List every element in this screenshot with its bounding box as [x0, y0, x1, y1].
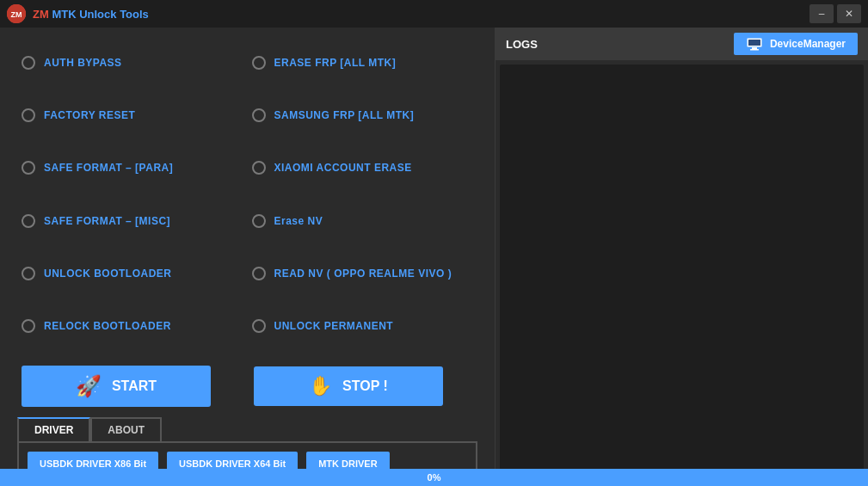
progress-bar: 0% [0, 469, 868, 486]
device-manager-label: DeviceManager [770, 38, 846, 50]
main-container: AUTH BYPASS ERASE FRP [ALL MTK] FACTORY … [0, 28, 868, 486]
radio-erase-frp[interactable] [252, 56, 266, 70]
label-xiaomi-account: XIAOMI ACCOUNT ERASE [274, 162, 412, 174]
radio-unlock-bootloader[interactable] [22, 267, 35, 280]
rocket-icon: 🚀 [76, 374, 102, 398]
option-erase-frp[interactable]: ERASE FRP [ALL MTK] [248, 36, 478, 89]
option-unlock-bootloader[interactable]: UNLOCK BOOTLOADER [17, 247, 248, 299]
svg-text:ZM: ZM [11, 10, 22, 19]
app-title: ZM MTK Unlock Tools [33, 8, 810, 21]
option-safe-format-misc[interactable]: SAFE FORMAT – [MISC] [17, 194, 248, 247]
radio-relock-bootloader[interactable] [22, 319, 35, 333]
svg-rect-3 [752, 47, 757, 49]
tabs-row: DRIVER ABOUT [17, 417, 477, 443]
label-relock-bootloader: RELOCK BOOTLOADER [44, 320, 171, 332]
svg-rect-4 [750, 49, 759, 51]
label-safe-format-misc: SAFE FORMAT – [MISC] [44, 215, 170, 227]
option-xiaomi-account[interactable]: XIAOMI ACCOUNT ERASE [248, 142, 478, 194]
label-unlock-permanent: UNLOCK PERMANENT [274, 320, 394, 332]
label-erase-frp: ERASE FRP [ALL MTK] [274, 57, 397, 69]
logs-content [500, 65, 864, 482]
label-factory-reset: FACTORY RESET [44, 109, 135, 121]
title-bar-controls: – ✕ [810, 4, 861, 23]
radio-erase-nv[interactable] [252, 214, 266, 228]
radio-safe-format-para[interactable] [22, 161, 35, 175]
radio-factory-reset[interactable] [22, 108, 35, 122]
svg-rect-5 [748, 40, 760, 46]
progress-text: 0% [428, 472, 441, 483]
hand-icon: ✋ [309, 375, 332, 397]
option-unlock-permanent[interactable]: UNLOCK PERMANENT [248, 300, 478, 353]
start-label: START [112, 378, 157, 394]
radio-xiaomi-account[interactable] [252, 161, 266, 175]
close-button[interactable]: ✕ [837, 4, 861, 23]
start-button[interactable]: 🚀 START [22, 366, 211, 407]
option-auth-bypass[interactable]: AUTH BYPASS [17, 36, 248, 89]
label-erase-nv: Erase NV [274, 215, 323, 227]
logs-header: LOGS DeviceManager [496, 28, 868, 60]
option-erase-nv[interactable]: Erase NV [248, 194, 478, 247]
option-samsung-frp[interactable]: SAMSUNG FRP [ALL MTK] [248, 89, 478, 141]
label-auth-bypass: AUTH BYPASS [44, 57, 122, 69]
minimize-button[interactable]: – [810, 4, 834, 23]
action-buttons: 🚀 START ✋ STOP ! [17, 353, 477, 414]
computer-icon [746, 37, 763, 51]
option-relock-bootloader[interactable]: RELOCK BOOTLOADER [17, 300, 248, 353]
options-grid: AUTH BYPASS ERASE FRP [ALL MTK] FACTORY … [17, 36, 477, 353]
stop-button[interactable]: ✋ STOP ! [254, 366, 443, 406]
option-factory-reset[interactable]: FACTORY RESET [17, 89, 248, 141]
tab-about[interactable]: ABOUT [90, 417, 162, 443]
label-unlock-bootloader: UNLOCK BOOTLOADER [44, 268, 172, 280]
radio-auth-bypass[interactable] [22, 56, 35, 70]
stop-label: STOP ! [342, 378, 388, 394]
title-bar: ZM ZM MTK Unlock Tools – ✕ [0, 0, 868, 28]
radio-read-nv[interactable] [252, 267, 266, 280]
label-read-nv: READ NV ( OPPO REALME VIVO ) [274, 268, 452, 280]
radio-samsung-frp[interactable] [252, 108, 266, 122]
radio-safe-format-misc[interactable] [22, 214, 35, 228]
app-logo: ZM [7, 4, 26, 23]
right-panel: LOGS DeviceManager [495, 28, 868, 486]
logs-title: LOGS [506, 38, 538, 51]
radio-unlock-permanent[interactable] [252, 319, 266, 333]
label-safe-format-para: SAFE FORMAT – [PARA] [44, 162, 173, 174]
tab-driver[interactable]: DRIVER [17, 417, 90, 443]
device-manager-button[interactable]: DeviceManager [734, 33, 858, 55]
option-read-nv[interactable]: READ NV ( OPPO REALME VIVO ) [248, 247, 478, 299]
option-safe-format-para[interactable]: SAFE FORMAT – [PARA] [17, 142, 248, 194]
left-panel: AUTH BYPASS ERASE FRP [ALL MTK] FACTORY … [0, 28, 495, 486]
label-samsung-frp: SAMSUNG FRP [ALL MTK] [274, 109, 415, 121]
